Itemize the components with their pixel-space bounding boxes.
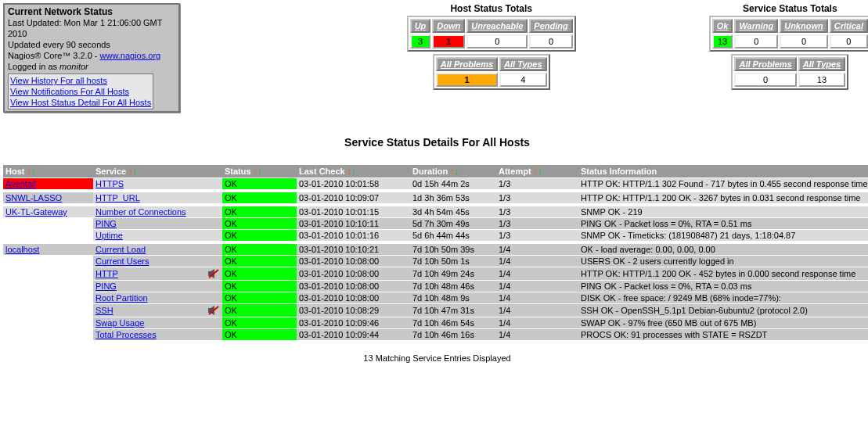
service-link[interactable]: HTTP xyxy=(95,269,118,278)
service-cell[interactable]: HTTP_URL xyxy=(93,192,222,203)
infobox-links: View History For all hosts View Notifica… xyxy=(8,73,153,109)
service-cell[interactable]: Root Partition xyxy=(93,292,222,303)
notifications-disabled-icon[interactable] xyxy=(207,305,220,316)
host-up-value[interactable]: 3 xyxy=(410,34,431,48)
duration-cell: 5d 7h 30m 49s xyxy=(410,218,496,229)
service-link[interactable]: Root Partition xyxy=(95,293,148,303)
col-attempt: Attempt ↑↓ xyxy=(496,165,578,177)
attempt-cell: 1/3 xyxy=(496,206,578,217)
attempt-cell: 1/4 xyxy=(496,329,578,340)
view-history-link[interactable]: View History For all hosts xyxy=(10,76,107,85)
service-link[interactable]: Uptime xyxy=(95,231,123,240)
col-last-check: Last Check ↑↓ xyxy=(297,165,410,177)
service-cell[interactable]: PING xyxy=(93,281,222,292)
svc-ok-value[interactable]: 13 xyxy=(712,34,733,48)
last-check-cell: 03-01-2010 10:01:58 xyxy=(297,178,410,189)
svc-problems-value[interactable]: 0 xyxy=(734,73,796,87)
host-cell[interactable]: localhost xyxy=(3,244,93,255)
sort-duration-down-icon[interactable]: ↓ xyxy=(455,167,459,176)
status-info-cell: PING OK - Packet loss = 0%, RTA = 0.51 m… xyxy=(578,218,868,229)
service-link[interactable]: PING xyxy=(95,219,117,228)
svc-unknown-value[interactable]: 0 xyxy=(780,34,828,48)
svc-problems-header[interactable]: All Problems xyxy=(734,57,796,71)
service-cell[interactable]: Number of Connections xyxy=(93,206,222,217)
service-cell[interactable]: Current Load xyxy=(93,244,222,255)
service-cell[interactable]: Total Processes xyxy=(93,329,222,340)
table-row: PINGOK03-01-2010 10:10:115d 7h 30m 49s1/… xyxy=(3,218,868,229)
status-cell: OK xyxy=(222,178,297,189)
service-cell[interactable]: SSH xyxy=(93,304,222,317)
host-down-header[interactable]: Down xyxy=(432,19,465,33)
service-cell[interactable]: PING xyxy=(93,218,222,229)
host-cell xyxy=(3,230,93,241)
duration-cell: 7d 10h 48m 9s xyxy=(410,292,496,303)
service-cell[interactable]: Swap Usage xyxy=(93,317,222,328)
table-row: HTTPOK03-01-2010 10:08:007d 10h 49m 24s1… xyxy=(3,267,868,280)
attempt-cell: 1/4 xyxy=(496,281,578,292)
view-notifications-link[interactable]: View Notifications For All Hosts xyxy=(10,87,129,96)
last-check-cell: 03-01-2010 10:08:00 xyxy=(297,256,410,267)
host-problems-header[interactable]: All Problems xyxy=(436,57,498,71)
service-link[interactable]: Swap Usage xyxy=(95,318,144,328)
status-cell: OK xyxy=(222,304,297,317)
service-link[interactable]: Total Processes xyxy=(95,330,157,339)
host-up-header[interactable]: Up xyxy=(410,19,431,33)
last-check-cell: 03-01-2010 10:08:00 xyxy=(297,292,410,303)
svc-warning-value[interactable]: 0 xyxy=(734,34,778,48)
service-link[interactable]: Current Users xyxy=(95,256,149,266)
sort-host-down-icon[interactable]: ↓ xyxy=(31,167,36,176)
svc-unknown-header[interactable]: Unknown xyxy=(780,19,828,33)
host-link[interactable]: localhost xyxy=(5,245,39,254)
svc-critical-header[interactable]: Critical xyxy=(830,19,868,33)
last-check-cell: 03-01-2010 10:01:16 xyxy=(297,230,410,241)
nagios-link[interactable]: www.nagios.org xyxy=(100,51,161,60)
service-link[interactable]: SSH xyxy=(95,306,113,315)
sort-attempt-down-icon[interactable]: ↓ xyxy=(538,167,542,176)
product-line: Nagios® Core™ 3.2.0 - www.nagios.org xyxy=(8,50,175,61)
status-cell: OK xyxy=(222,192,297,203)
notifications-disabled-icon[interactable] xyxy=(207,268,220,279)
service-link[interactable]: HTTPS xyxy=(95,179,124,188)
host-pending-value[interactable]: 0 xyxy=(529,34,572,48)
service-cell[interactable]: Uptime xyxy=(93,230,222,241)
host-link[interactable]: Aventail xyxy=(5,179,36,188)
sort-lastcheck-down-icon[interactable]: ↓ xyxy=(351,167,356,176)
host-link[interactable]: UK-TL-Gateway xyxy=(5,207,67,217)
host-unreachable-header[interactable]: Unreachable xyxy=(466,19,528,33)
svc-types-header[interactable]: All Types xyxy=(798,57,846,71)
service-link[interactable]: Current Load xyxy=(95,245,146,254)
service-link[interactable]: Number of Connections xyxy=(95,207,186,217)
sort-service-down-icon[interactable]: ↓ xyxy=(133,167,138,176)
svc-ok-header[interactable]: Ok xyxy=(712,19,733,33)
host-types-header[interactable]: All Types xyxy=(499,57,547,71)
status-cell: OK xyxy=(222,329,297,340)
host-cell xyxy=(3,304,93,317)
host-cell[interactable]: Aventail xyxy=(3,178,93,189)
host-link[interactable]: SNWL-LASSO xyxy=(5,193,62,203)
status-info-cell: PROCS OK: 91 processes with STATE = RSZD… xyxy=(578,329,868,340)
service-cell[interactable]: HTTPS xyxy=(93,178,222,189)
sort-status-down-icon[interactable]: ↓ xyxy=(258,167,262,176)
network-status-box: Current Network Status Last Updated: Mon… xyxy=(3,3,180,113)
host-problems-value[interactable]: 1 xyxy=(436,73,498,87)
host-cell[interactable]: SNWL-LASSO xyxy=(3,192,93,203)
host-cell xyxy=(3,292,93,303)
view-host-status-link[interactable]: View Host Status Detail For All Hosts xyxy=(10,98,151,107)
svc-types-value[interactable]: 13 xyxy=(798,73,846,87)
host-down-value[interactable]: 1 xyxy=(432,34,465,48)
service-link[interactable]: PING xyxy=(95,281,117,291)
svc-critical-value[interactable]: 0 xyxy=(830,34,868,48)
host-types-value[interactable]: 4 xyxy=(499,73,547,87)
table-row: UK-TL-GatewayNumber of ConnectionsOK03-0… xyxy=(3,206,868,217)
service-cell[interactable]: Current Users xyxy=(93,256,222,267)
service-cell[interactable]: HTTP xyxy=(93,267,222,280)
host-unreachable-value[interactable]: 0 xyxy=(466,34,528,48)
svc-warning-header[interactable]: Warning xyxy=(734,19,778,33)
col-status-info: Status Information xyxy=(578,165,868,177)
col-status: Status ↑↓ xyxy=(222,165,297,177)
host-cell xyxy=(3,218,93,229)
service-status-totals: Service Status Totals Ok Warning Unknown… xyxy=(709,3,868,90)
host-cell[interactable]: UK-TL-Gateway xyxy=(3,206,93,217)
host-pending-header[interactable]: Pending xyxy=(529,19,572,33)
service-link[interactable]: HTTP_URL xyxy=(95,193,140,203)
